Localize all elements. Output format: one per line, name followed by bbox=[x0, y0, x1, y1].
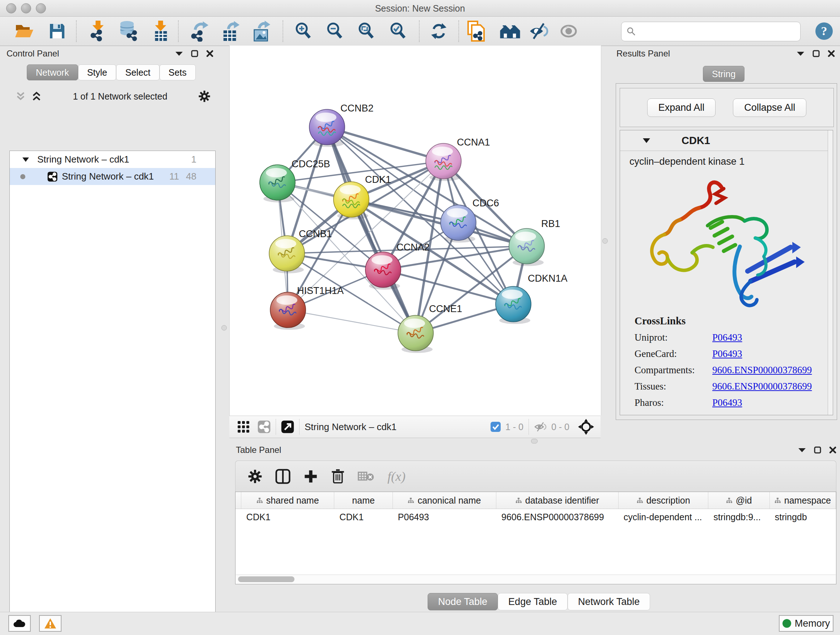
control-panel: Control Panel NetworkStyleSelectSets 1 o… bbox=[3, 46, 217, 602]
tab-style[interactable]: Style bbox=[78, 65, 117, 80]
network-graph[interactable]: CCNB2CCNA1CDC25BCDK1CDC6RB1CCNB1CCNA2CDK… bbox=[230, 46, 601, 416]
network-options-gear-icon[interactable] bbox=[198, 90, 210, 103]
warning-button[interactable] bbox=[39, 615, 62, 632]
results-scrollbar[interactable] bbox=[828, 130, 833, 415]
node-label: CDKN1A bbox=[528, 273, 568, 284]
function-builder-icon[interactable]: f(x) bbox=[387, 469, 406, 484]
refresh-icon[interactable] bbox=[429, 21, 449, 41]
network-node-cdc25b[interactable]: CDC25B bbox=[260, 158, 330, 203]
crosslink-value-link[interactable]: P06493 bbox=[712, 348, 742, 359]
column-header-sharedname[interactable]: shared name bbox=[241, 492, 335, 509]
selected-nodes-checkbox-icon[interactable] bbox=[490, 421, 501, 432]
table-row[interactable]: CDK1CDK1P064939606.ENSP00000378699cyclin… bbox=[235, 509, 836, 525]
panel-close-icon[interactable] bbox=[828, 50, 835, 57]
crosslink-value-link[interactable]: P06493 bbox=[712, 332, 742, 343]
left-splitter-handle[interactable] bbox=[221, 325, 227, 331]
import-network-file-icon[interactable] bbox=[88, 21, 108, 41]
tab-edge-table[interactable]: Edge Table bbox=[498, 593, 568, 610]
collapse-all-button[interactable]: Collapse All bbox=[733, 98, 806, 117]
zoom-in-icon[interactable] bbox=[293, 21, 313, 41]
column-header-namespace[interactable]: namespace bbox=[770, 492, 836, 509]
open-file-icon[interactable] bbox=[14, 21, 35, 41]
table-horizontal-scrollbar[interactable] bbox=[236, 575, 836, 584]
show-columns-icon[interactable] bbox=[275, 469, 291, 484]
delete-column-icon[interactable] bbox=[331, 469, 345, 484]
network-node-ccne1[interactable]: CCNE1 bbox=[398, 303, 462, 353]
panel-menu-icon[interactable] bbox=[797, 51, 805, 56]
network-view-type-icon[interactable] bbox=[257, 420, 271, 433]
network-node-hist1h1a[interactable]: HIST1H1A bbox=[270, 285, 344, 330]
zoom-fit-icon[interactable] bbox=[356, 21, 376, 41]
node-label: CCNE1 bbox=[429, 303, 462, 314]
entry-collapse-icon[interactable] bbox=[643, 138, 651, 143]
table-options-gear-icon[interactable] bbox=[248, 469, 262, 484]
hide-annotations-icon[interactable] bbox=[529, 21, 549, 41]
detach-view-icon[interactable] bbox=[281, 420, 294, 433]
crosslink-value-link[interactable]: 9606.ENSP00000378699 bbox=[712, 381, 812, 392]
table-cell[interactable]: cyclin-dependent ... bbox=[619, 509, 709, 525]
zoom-selected-icon[interactable] bbox=[388, 21, 408, 41]
hidden-nodes-eye-icon[interactable] bbox=[534, 421, 548, 432]
column-header-name[interactable]: name bbox=[334, 492, 393, 509]
save-session-icon[interactable] bbox=[47, 21, 67, 41]
table-cell[interactable]: CDK1 bbox=[241, 509, 335, 525]
table-cell[interactable]: P06493 bbox=[393, 509, 496, 525]
crosslink-value-link[interactable]: P06493 bbox=[712, 397, 742, 409]
panel-close-icon[interactable] bbox=[829, 447, 836, 454]
export-image-icon[interactable] bbox=[251, 21, 271, 41]
network-canvas[interactable]: CCNB2CCNA1CDC25BCDK1CDC6RB1CCNB1CCNA2CDK… bbox=[229, 46, 601, 416]
scrollbar-thumb[interactable] bbox=[238, 576, 294, 582]
table-cell[interactable]: 9606.ENSP00000378699 bbox=[496, 509, 619, 525]
cloud-button[interactable] bbox=[8, 615, 31, 632]
expand-all-networks-icon[interactable] bbox=[31, 91, 42, 102]
panel-float-icon[interactable] bbox=[191, 50, 198, 57]
zoom-out-icon[interactable] bbox=[325, 21, 345, 41]
table-cell[interactable]: stringdb:9... bbox=[708, 509, 769, 525]
tab-network-table[interactable]: Network Table bbox=[568, 593, 651, 610]
memory-button[interactable]: Memory bbox=[779, 615, 834, 632]
collapse-all-networks-icon[interactable] bbox=[15, 91, 26, 102]
expand-all-button[interactable]: Expand All bbox=[647, 98, 716, 117]
grid-view-icon[interactable] bbox=[237, 421, 249, 433]
cloud-icon bbox=[13, 619, 26, 628]
help-icon[interactable]: ? bbox=[814, 21, 834, 41]
network-edge[interactable] bbox=[351, 200, 527, 246]
clone-network-icon[interactable] bbox=[466, 21, 486, 41]
show-view-icon[interactable] bbox=[559, 21, 579, 41]
network-node-cdkn1a[interactable]: CDKN1A bbox=[496, 273, 568, 324]
import-network-database-icon[interactable] bbox=[118, 21, 139, 41]
network-type-icon bbox=[47, 172, 57, 182]
export-table-icon[interactable] bbox=[220, 21, 240, 41]
table-cell[interactable]: stringdb bbox=[770, 509, 836, 525]
entry-header[interactable]: CDK1 bbox=[620, 130, 833, 151]
column-header-id[interactable]: @id bbox=[708, 492, 769, 509]
column-header-description[interactable]: description bbox=[619, 492, 709, 509]
panel-float-icon[interactable] bbox=[813, 50, 820, 57]
tab-node-table[interactable]: Node Table bbox=[428, 593, 498, 610]
tab-string[interactable]: String bbox=[703, 66, 745, 82]
network-collection-row[interactable]: String Network – cdk1 1 bbox=[10, 151, 215, 168]
panel-menu-icon[interactable] bbox=[798, 448, 806, 453]
panel-close-icon[interactable] bbox=[206, 50, 213, 57]
column-header-canonicalname[interactable]: canonical name bbox=[393, 492, 496, 509]
table-cell[interactable]: CDK1 bbox=[334, 509, 393, 525]
search-input[interactable] bbox=[636, 26, 789, 37]
import-table-icon[interactable] bbox=[150, 21, 171, 41]
network-row-selected[interactable]: String Network – cdk1 11 48 bbox=[10, 168, 215, 185]
birds-eye-toggle-icon[interactable] bbox=[578, 419, 594, 435]
add-column-icon[interactable] bbox=[303, 469, 318, 484]
column-header-databaseidentifier[interactable]: database identifier bbox=[496, 492, 619, 509]
tab-sets[interactable]: Sets bbox=[159, 65, 196, 80]
right-splitter-handle[interactable] bbox=[602, 238, 608, 244]
tab-network[interactable]: Network bbox=[27, 65, 78, 80]
crosslink-value-link[interactable]: 9606.ENSP00000378699 bbox=[712, 364, 812, 376]
export-network-icon[interactable] bbox=[189, 21, 210, 41]
collection-expand-icon[interactable] bbox=[22, 157, 29, 162]
delete-table-icon[interactable] bbox=[358, 470, 374, 483]
panel-menu-icon[interactable] bbox=[175, 51, 183, 56]
tab-select[interactable]: Select bbox=[116, 65, 159, 80]
network-node-rb1[interactable]: RB1 bbox=[509, 218, 561, 266]
panel-float-icon[interactable] bbox=[814, 447, 821, 454]
home-icon[interactable] bbox=[500, 21, 520, 41]
column-network-icon bbox=[256, 497, 263, 504]
